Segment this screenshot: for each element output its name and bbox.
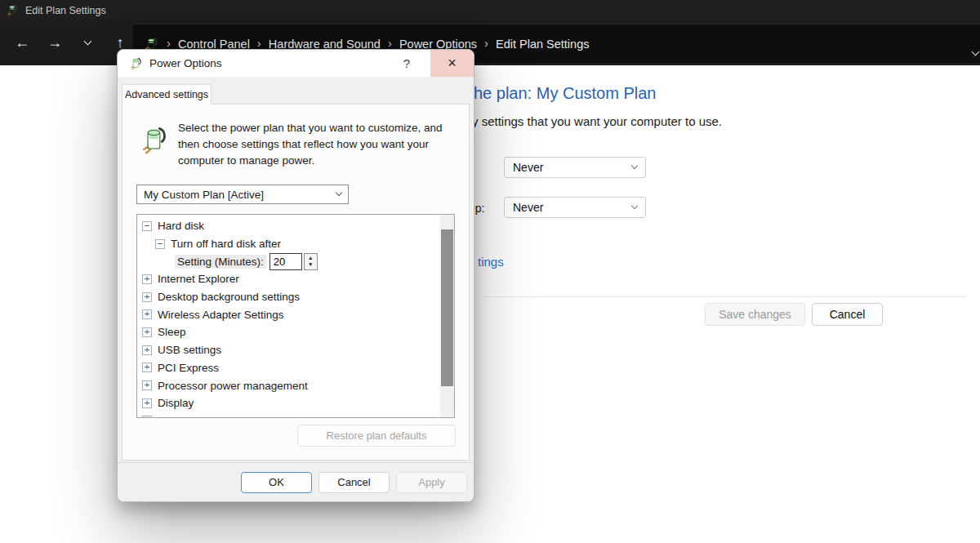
dialog-titlebar: Power Options ? × (118, 50, 474, 77)
advanced-settings-link[interactable]: tings (478, 255, 504, 269)
plan-select-dropdown[interactable]: My Custom Plan [Active] (136, 185, 349, 204)
back-icon[interactable]: ← (11, 33, 33, 54)
tree-row-processor-power[interactable]: + Processor power management (137, 376, 440, 394)
page-subtitle: y settings that you want your computer t… (472, 114, 722, 128)
expand-icon[interactable]: + (142, 381, 152, 390)
tree-row-usb-settings[interactable]: + USB settings (137, 341, 440, 359)
tree-label: Wireless Adapter Settings (158, 309, 284, 321)
tab-page: Select the power plan that you want to c… (122, 104, 470, 461)
chevron-down-icon (631, 203, 638, 209)
expand-icon[interactable]: + (142, 327, 152, 337)
tree-row-display[interactable]: + Display (137, 394, 440, 412)
page-title: he plan: My Custom Plan (474, 84, 656, 103)
tree-label: Internet Explorer (158, 273, 239, 285)
setting-minutes-stepper[interactable]: ▲ ▼ (304, 253, 318, 270)
tree-label: Sleep (158, 326, 186, 338)
tree-label: Turn off hard disk after (171, 238, 281, 250)
expand-icon[interactable]: + (142, 416, 152, 418)
tree-row-hard-disk[interactable]: − Hard disk (137, 217, 440, 235)
page-cancel-button[interactable]: Cancel (812, 303, 883, 326)
tree-row-internet-explorer[interactable]: + Internet Explorer (137, 270, 440, 288)
separator (483, 296, 968, 297)
tab-advanced-settings[interactable]: Advanced settings (122, 84, 212, 105)
tree-rows: − Hard disk − Turn off hard disk after S… (137, 217, 440, 418)
nav-buttons: ← → ↑ (0, 20, 133, 65)
tree-label: PCI Express (158, 362, 219, 374)
collapse-icon[interactable]: − (155, 239, 165, 249)
screen: Edit Plan Settings ← → ↑ › Control Panel… (0, 0, 980, 543)
tree-label: Desktop background settings (158, 291, 300, 303)
breadcrumb-separator: › (257, 36, 261, 50)
tree-row-pci-express[interactable]: + PCI Express (137, 359, 440, 377)
chevron-down-icon (336, 189, 342, 196)
tree-label: USB settings (158, 344, 221, 356)
recent-locations-chevron-icon[interactable] (77, 33, 98, 54)
address-dropdown-chevron-icon[interactable] (973, 44, 978, 57)
settings-tree: − Hard disk − Turn off hard disk after S… (136, 214, 455, 418)
display-off-dropdown[interactable]: Never (504, 157, 646, 178)
tree-scrollbar-thumb[interactable] (441, 229, 453, 386)
tree-row-multimedia[interactable]: + Multimedia settings (137, 412, 440, 418)
expand-icon[interactable]: + (142, 309, 152, 319)
expand-icon[interactable]: + (142, 398, 152, 408)
save-changes-button[interactable]: Save changes (705, 303, 805, 326)
power-plan-icon (140, 124, 170, 157)
expand-icon[interactable]: + (142, 345, 152, 355)
plan-select-value: My Custom Plan [Active] (144, 189, 264, 201)
expand-icon[interactable]: + (142, 274, 152, 284)
chevron-down-icon (631, 162, 638, 169)
restore-plan-defaults-button[interactable]: Restore plan defaults (297, 425, 456, 447)
breadcrumb-separator: › (484, 36, 488, 50)
dialog-footer: OK Cancel Apply (118, 462, 474, 501)
dialog-title: Power Options (149, 57, 222, 69)
breadcrumb-separator: › (167, 36, 171, 50)
tree-row-sleep[interactable]: + Sleep (137, 323, 440, 341)
tree-label: Hard disk (158, 220, 204, 232)
collapse-icon[interactable]: − (142, 221, 152, 231)
setting-minutes-label: Setting (Minutes): (175, 255, 266, 269)
ok-button[interactable]: OK (241, 472, 312, 493)
setting-minutes-input[interactable] (270, 253, 302, 270)
help-button[interactable]: ? (390, 50, 424, 77)
tree-row-desktop-background[interactable]: + Desktop background settings (137, 288, 440, 306)
forward-icon[interactable]: → (44, 33, 65, 54)
window-titlebar: Edit Plan Settings (0, 0, 980, 20)
display-off-value: Never (513, 161, 543, 174)
spinner-up-icon[interactable]: ▲ (308, 255, 313, 261)
tree-label: Display (158, 397, 194, 409)
close-icon: × (448, 55, 457, 72)
sleep-value: Never (513, 201, 543, 214)
tree-scrollbar[interactable] (440, 215, 454, 417)
apply-button[interactable]: Apply (396, 472, 467, 493)
power-plan-icon (7, 4, 19, 16)
breadcrumb-separator: › (388, 36, 392, 50)
sleep-dropdown[interactable]: Never (504, 197, 646, 218)
dialog-description: Select the power plan that you want to c… (178, 120, 464, 169)
close-button[interactable]: × (430, 50, 474, 77)
expand-icon[interactable]: + (142, 292, 152, 302)
window-title: Edit Plan Settings (25, 5, 106, 16)
tree-row-setting-minutes[interactable]: Setting (Minutes): ▲ ▼ (137, 252, 440, 270)
spinner-down-icon[interactable]: ▼ (308, 261, 313, 268)
tree-row-turn-off-hard-disk[interactable]: − Turn off hard disk after (137, 235, 440, 253)
tree-label: Multimedia settings (158, 415, 252, 418)
tree-label: Processor power management (158, 380, 308, 392)
cancel-button[interactable]: Cancel (318, 472, 390, 493)
tree-row-wireless-adapter[interactable]: + Wireless Adapter Settings (137, 305, 440, 323)
power-plan-icon (130, 57, 143, 70)
power-options-dialog: Power Options ? × Advanced settings Sele… (117, 49, 474, 502)
breadcrumb-edit-plan-settings[interactable]: Edit Plan Settings (496, 38, 589, 51)
expand-icon[interactable]: + (142, 363, 152, 372)
